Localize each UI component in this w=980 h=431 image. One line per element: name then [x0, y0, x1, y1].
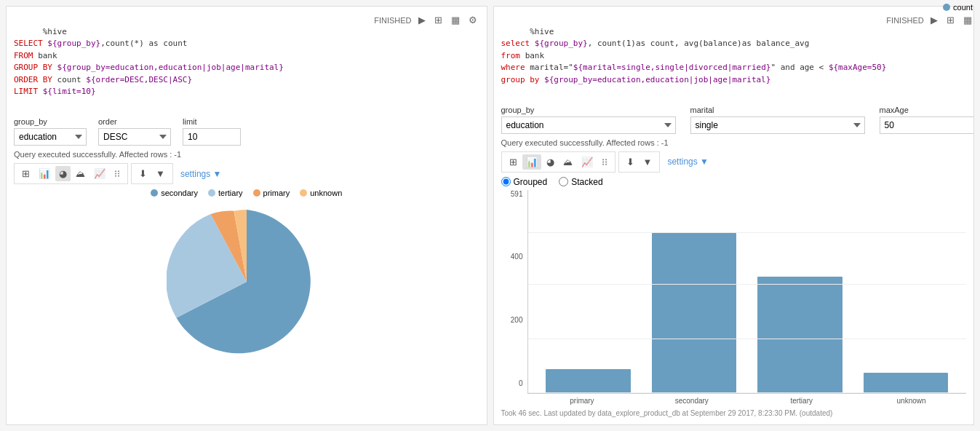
right-chart-toolbar: ⊞ 📊 ◕ ⛰ 📈 ⁝⁝: [501, 151, 616, 173]
right-scatter-btn[interactable]: ⁝⁝: [598, 154, 611, 170]
grid-line-0: [528, 392, 967, 393]
right-table-btn[interactable]: ⊞: [506, 154, 521, 170]
left-status: FINISHED ▶ ⊞ ▦ ⚙: [374, 14, 479, 26]
grouped-radio-label[interactable]: Grouped: [501, 177, 548, 187]
download-btn[interactable]: ⬇: [135, 166, 151, 181]
bar-label-tertiary: tertiary: [790, 397, 813, 405]
right-chart-area: Grouped Stacked count 591 400 200 0: [501, 177, 967, 418]
left-status-text: FINISHED: [374, 16, 411, 25]
bar-chart-inner: primary secondary tertiary unknown: [527, 190, 967, 406]
left-limit-input[interactable]: [183, 128, 241, 146]
left-toolbar: ⊞ 📊 ◕ ⛰ 📈 ⁝⁝ ⬇ ▼ settings ▼: [14, 163, 479, 184]
grouped-label: Grouped: [514, 177, 548, 187]
right-maxage-input[interactable]: [880, 116, 975, 134]
pie-chart: [167, 202, 327, 362]
pie-icon-btn[interactable]: ◕: [55, 166, 71, 181]
grid-line-400: [528, 284, 967, 285]
right-group-by-param: group_by education job age marital: [501, 106, 676, 134]
left-group-by-select[interactable]: education job age marital: [14, 128, 87, 146]
y-label-400: 400: [511, 253, 523, 261]
right-status-text: FINISHED: [886, 16, 923, 25]
settings-button[interactable]: ⚙: [466, 14, 479, 26]
bar-label-unknown: unknown: [897, 397, 926, 405]
legend-dot-primary: [253, 189, 260, 197]
scatter-icon-btn[interactable]: ⁝⁝: [111, 166, 124, 181]
bar-label-secondary: secondary: [675, 397, 709, 405]
right-area-btn[interactable]: ⛰: [559, 154, 576, 170]
right-panel: %hive select ${group_by}, count(1)as cou…: [493, 6, 975, 425]
grouped-radio[interactable]: [501, 177, 511, 186]
grid-line-591: [528, 232, 967, 233]
bar-group-tertiary: [747, 277, 853, 393]
y-axis: 591 400 200 0: [501, 190, 527, 406]
x-label-unknown: unknown: [856, 394, 966, 405]
legend-label-tertiary: tertiary: [218, 189, 243, 197]
grid-line-200: [528, 339, 967, 339]
right-table-view-button[interactable]: ▦: [961, 14, 974, 26]
right-group-by-label: group_by: [501, 106, 676, 114]
left-order-label: order: [98, 117, 171, 126]
bar-group-unknown: [853, 373, 959, 393]
left-group-by-label: group_by: [14, 117, 87, 126]
stacked-radio-label[interactable]: Stacked: [559, 177, 602, 187]
count-legend: count: [943, 6, 973, 12]
left-limit-label: limit: [183, 117, 241, 126]
bar-primary: [546, 369, 631, 394]
bar-group-secondary: [641, 233, 747, 393]
left-group-by-param: group_by education job age marital: [14, 117, 87, 146]
bar-label-primary: primary: [570, 397, 594, 405]
left-order-param: order DESC ASC: [98, 117, 171, 146]
legend-tertiary: tertiary: [208, 189, 243, 197]
bars-area: [527, 190, 967, 395]
right-group-by-select[interactable]: education job age marital: [501, 116, 676, 134]
left-settings-btn[interactable]: settings ▼: [180, 169, 222, 179]
legend-label-unknown: unknown: [310, 189, 342, 197]
right-marital-param: marital single divorced married: [690, 106, 865, 134]
table-view-button[interactable]: ▦: [449, 14, 462, 26]
area-icon-btn[interactable]: ⛰: [72, 166, 89, 181]
right-marital-select[interactable]: single divorced married: [690, 116, 865, 134]
line-icon-btn[interactable]: 📈: [90, 166, 109, 181]
bar-secondary: [652, 233, 737, 393]
x-axis-labels: primary secondary tertiary unknown: [527, 394, 967, 405]
x-label-tertiary: tertiary: [746, 394, 856, 405]
right-pie-btn[interactable]: ◕: [543, 154, 558, 170]
left-panel: %hive SELECT ${group_by},count(*) as cou…: [6, 6, 487, 425]
right-run-button[interactable]: ▶: [928, 14, 940, 26]
bar-unknown: [864, 373, 949, 393]
legend-label-primary: primary: [263, 189, 290, 197]
left-chart-toolbar: ⊞ 📊 ◕ ⛰ 📈 ⁝⁝: [14, 163, 128, 184]
left-download-toolbar: ⬇ ▼: [131, 163, 173, 184]
x-label-primary: primary: [527, 394, 637, 405]
right-maxage-param: maxAge: [880, 106, 975, 134]
legend-dot-tertiary: [208, 189, 215, 197]
right-settings-btn[interactable]: settings ▼: [667, 157, 709, 167]
right-params: group_by education job age marital marit…: [501, 106, 967, 134]
bar-chart-wrapper: 591 400 200 0: [501, 190, 967, 406]
left-header: %hive SELECT ${group_by},count(*) as cou…: [14, 14, 479, 110]
left-success-msg: Query executed successfully. Affected ro…: [14, 150, 479, 159]
right-success-msg: Query executed successfully. Affected ro…: [501, 138, 967, 147]
right-download-btn[interactable]: ⬇: [623, 154, 638, 170]
count-legend-label: count: [953, 6, 973, 12]
left-chart-area: secondary tertiary primary unknown: [14, 189, 479, 417]
expand-button[interactable]: ⊞: [432, 14, 445, 26]
bar-group-primary: [535, 369, 642, 394]
bar-icon-btn[interactable]: 📊: [35, 166, 54, 181]
right-header: %hive select ${group_by}, count(1)as cou…: [501, 14, 967, 98]
right-expand-button[interactable]: ⊞: [944, 14, 957, 26]
more-btn[interactable]: ▼: [152, 166, 169, 181]
left-legend: secondary tertiary primary unknown: [151, 189, 342, 197]
left-order-select[interactable]: DESC ASC: [98, 128, 171, 146]
stacked-radio[interactable]: [559, 177, 568, 186]
count-legend-dot: [943, 6, 950, 11]
table-icon-btn[interactable]: ⊞: [18, 166, 33, 181]
right-bar-btn[interactable]: 📊: [522, 154, 541, 170]
x-label-secondary: secondary: [637, 394, 746, 405]
right-line-btn[interactable]: 📈: [578, 154, 597, 170]
right-toolbar: ⊞ 📊 ◕ ⛰ 📈 ⁝⁝ ⬇ ▼ settings ▼: [501, 151, 967, 173]
run-button[interactable]: ▶: [416, 14, 428, 26]
left-code: %hive SELECT ${group_by},count(*) as cou…: [14, 14, 284, 110]
right-more-btn[interactable]: ▼: [640, 154, 656, 170]
right-maxage-label: maxAge: [880, 106, 975, 114]
